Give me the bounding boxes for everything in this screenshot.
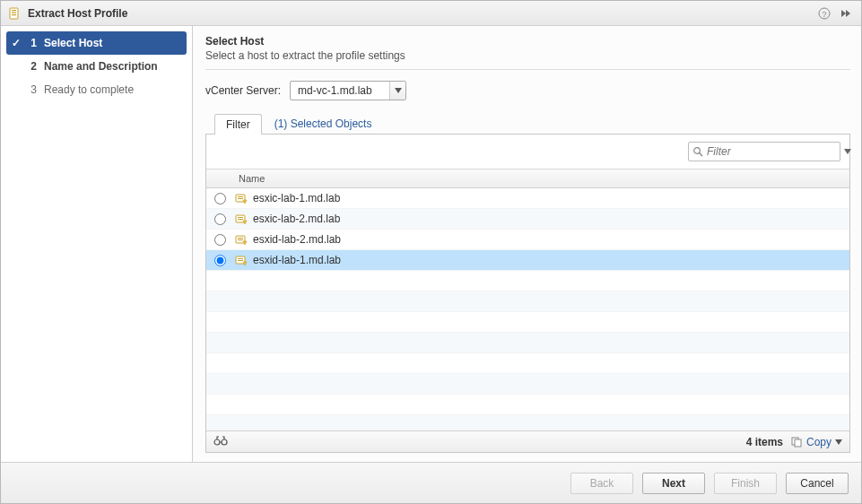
table-row-empty (206, 374, 849, 395)
wizard-steps-sidebar: ✓ 1 Select Host 2 Name and Description 3… (1, 26, 193, 462)
title-bar: Extract Host Profile ? (1, 1, 861, 26)
table-row[interactable]: esxic-lab-2.md.lab (206, 209, 849, 230)
wizard-step-select-host[interactable]: ✓ 1 Select Host (6, 31, 187, 55)
filter-dropdown-icon[interactable] (844, 149, 851, 154)
table-row[interactable]: esxid-lab-2.md.lab (206, 230, 849, 250)
step-number: 1 (24, 37, 37, 49)
filter-box[interactable] (688, 142, 840, 161)
svg-rect-9 (238, 196, 243, 197)
svg-point-6 (694, 148, 701, 154)
tab-selected-objects[interactable]: (1) Selected Objects (266, 114, 381, 134)
check-icon: ✓ (10, 37, 22, 49)
dialog-title: Extract Host Profile (28, 7, 127, 20)
svg-rect-1 (12, 10, 16, 11)
host-name: esxid-lab-2.md.lab (253, 233, 341, 246)
vcenter-value: md-vc-1.md.lab (291, 84, 389, 97)
svg-point-21 (222, 439, 227, 445)
step-label: Name and Description (44, 60, 158, 73)
svg-rect-12 (238, 217, 243, 218)
copy-button[interactable]: Copy (790, 436, 842, 448)
chevron-down-icon (389, 82, 405, 100)
svg-line-7 (700, 153, 702, 156)
hosts-table: Name esxic-lab-1.md.lab (206, 169, 849, 452)
extract-host-profile-dialog: Extract Host Profile ? ✓ 1 Select Host 2… (0, 0, 862, 504)
host-icon (233, 254, 249, 266)
table-row-empty (206, 415, 849, 430)
dialog-body: ✓ 1 Select Host 2 Name and Description 3… (1, 26, 861, 462)
table-row-empty (206, 271, 849, 291)
svg-rect-15 (238, 238, 243, 239)
table-row-empty (206, 353, 849, 374)
cancel-button[interactable]: Cancel (786, 473, 849, 494)
host-icon (233, 213, 249, 225)
page-subtitle: Select a host to extract the profile set… (205, 49, 850, 62)
wizard-step-name-description[interactable]: 2 Name and Description (6, 55, 187, 78)
svg-rect-18 (238, 258, 243, 259)
copy-icon (790, 436, 803, 448)
host-name: esxic-lab-2.md.lab (253, 213, 340, 225)
vcenter-row: vCenter Server: md-vc-1.md.lab (205, 81, 850, 100)
row-radio[interactable] (214, 234, 226, 246)
host-name: esxid-lab-1.md.lab (253, 254, 341, 266)
row-radio[interactable] (214, 255, 226, 266)
host-icon (233, 192, 249, 204)
page-title: Select Host (205, 35, 850, 48)
table-rows: esxic-lab-1.md.lab esxic-lab-2.md.lab (206, 188, 849, 430)
table-row-empty (206, 395, 849, 415)
tab-filter[interactable]: Filter (214, 114, 262, 135)
filter-input[interactable] (705, 144, 844, 159)
copy-label: Copy (806, 436, 832, 448)
next-button[interactable]: Next (642, 473, 705, 494)
table-row-empty (206, 333, 849, 353)
step-number: 3 (24, 83, 37, 96)
search-icon (692, 146, 703, 157)
item-count: 4 items (746, 436, 783, 448)
svg-text:?: ? (822, 9, 826, 18)
table-footer: 4 items Copy (206, 430, 849, 452)
tab-label: Filter (226, 118, 250, 131)
row-radio[interactable] (214, 193, 226, 204)
step-label: Select Host (44, 37, 102, 49)
chevron-down-icon (835, 439, 842, 445)
step-label: Ready to complete (44, 83, 134, 96)
svg-rect-0 (10, 8, 18, 19)
step-number: 2 (24, 60, 37, 73)
svg-point-20 (214, 439, 220, 445)
svg-rect-10 (238, 198, 243, 199)
tabs: Filter (1) Selected Objects (205, 113, 850, 134)
vcenter-label: vCenter Server: (205, 84, 281, 97)
table-row[interactable]: esxic-lab-1.md.lab (206, 188, 849, 209)
svg-rect-2 (12, 12, 16, 13)
find-icon[interactable] (213, 434, 228, 449)
main-content: Select Host Select a host to extract the… (193, 26, 861, 462)
host-name: esxic-lab-1.md.lab (253, 192, 340, 204)
divider (205, 69, 850, 70)
table-row-empty (206, 291, 849, 312)
wizard-step-ready-complete[interactable]: 3 Ready to complete (6, 78, 187, 101)
svg-rect-13 (238, 219, 243, 220)
filter-row (206, 135, 849, 169)
forward-icon[interactable] (838, 5, 854, 22)
back-button[interactable]: Back (570, 473, 633, 494)
column-name[interactable]: Name (233, 173, 265, 184)
row-radio[interactable] (214, 213, 226, 225)
vcenter-dropdown[interactable]: md-vc-1.md.lab (290, 81, 406, 100)
finish-button[interactable]: Finish (714, 473, 777, 494)
button-bar: Back Next Finish Cancel (1, 462, 861, 503)
help-icon[interactable]: ? (816, 5, 832, 22)
table-row[interactable]: esxid-lab-1.md.lab (206, 250, 849, 271)
svg-rect-16 (238, 239, 243, 240)
svg-rect-3 (12, 14, 16, 15)
table-row-empty (206, 312, 849, 333)
svg-rect-24 (795, 439, 801, 447)
hosts-panel: Name esxic-lab-1.md.lab (205, 134, 850, 453)
host-profile-icon (8, 6, 22, 21)
table-header: Name (206, 169, 849, 188)
host-icon (233, 233, 249, 246)
svg-rect-19 (238, 260, 243, 261)
